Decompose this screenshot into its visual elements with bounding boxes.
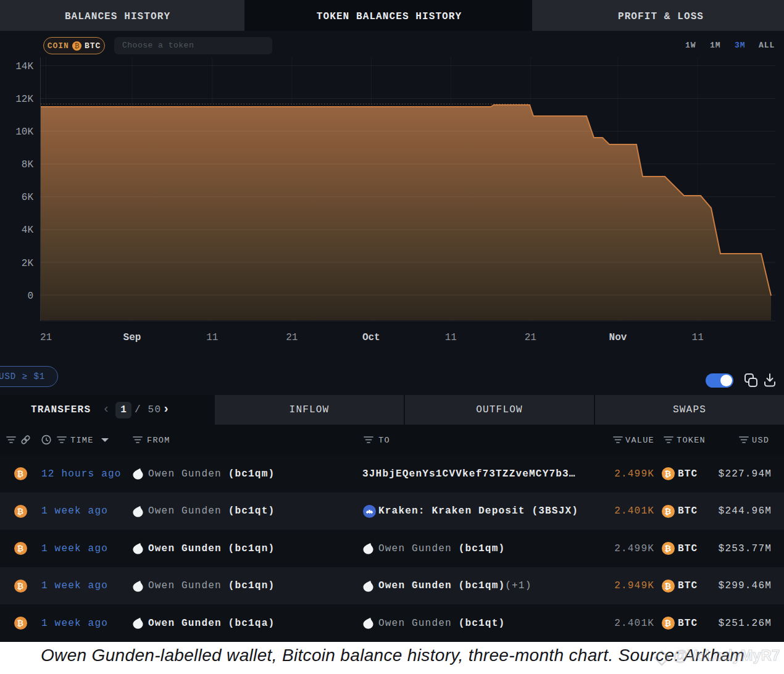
svg-text:USD: USD: [752, 436, 769, 445]
svg-text:₿: ₿: [665, 544, 672, 553]
svg-text:₿: ₿: [17, 618, 25, 628]
svg-text:VALUE: VALUE: [625, 436, 654, 445]
svg-text:21: 21: [40, 332, 52, 343]
svg-text:TO: TO: [378, 436, 390, 445]
svg-text:21: 21: [525, 332, 536, 343]
svg-text:4K: 4K: [22, 225, 34, 236]
svg-text:Sep: Sep: [123, 332, 141, 343]
svg-text:Oct: Oct: [362, 332, 380, 343]
svg-text:₿: ₿: [74, 43, 79, 49]
svg-text:6K: 6K: [22, 192, 34, 203]
svg-text:₿: ₿: [17, 581, 25, 591]
svg-text:₿: ₿: [665, 618, 672, 628]
svg-text:14K: 14K: [15, 61, 33, 72]
svg-text:11: 11: [206, 332, 218, 343]
svg-text:11: 11: [445, 332, 457, 343]
svg-text:₿: ₿: [17, 544, 25, 553]
svg-text:2K: 2K: [22, 258, 34, 269]
svg-text:12K: 12K: [15, 94, 33, 105]
svg-text:₿: ₿: [665, 581, 672, 591]
svg-text:0: 0: [27, 291, 33, 302]
svg-text:₿: ₿: [665, 469, 672, 478]
svg-text:21: 21: [286, 332, 298, 343]
svg-text:TIME: TIME: [70, 436, 94, 445]
svg-text:FROM: FROM: [147, 436, 170, 445]
svg-text:₿: ₿: [17, 469, 25, 478]
svg-text:₿: ₿: [17, 507, 25, 516]
svg-text:8K: 8K: [22, 159, 34, 170]
svg-text:11: 11: [692, 332, 704, 343]
svg-text:10K: 10K: [15, 127, 33, 138]
svg-text:TOKEN: TOKEN: [677, 436, 706, 445]
svg-text:₿: ₿: [665, 507, 672, 516]
svg-text:Nov: Nov: [609, 332, 627, 343]
